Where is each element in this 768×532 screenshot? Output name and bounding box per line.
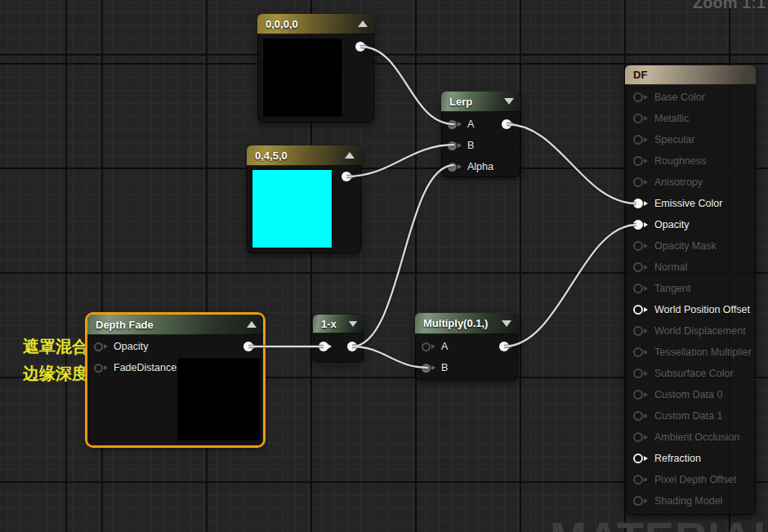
material-pin-shading-model[interactable]: Shading Model (625, 490, 756, 512)
node-header[interactable]: Depth Fade (87, 315, 263, 335)
pin-arrow-icon (458, 122, 462, 127)
pin-label: Tangent (654, 283, 690, 294)
annotation-line-1: 遮罩混合 (23, 333, 88, 360)
pin-arrow-icon (644, 498, 648, 503)
pin-arrow-icon (644, 244, 648, 248)
output-pin[interactable] (355, 42, 365, 51)
node-depth-fade[interactable]: Depth Fade Opacity FadeDistance (87, 315, 263, 445)
node-title: Depth Fade (96, 319, 154, 331)
pin-circle[interactable] (633, 114, 643, 123)
node-preview (178, 359, 260, 440)
collapse-arrow-icon[interactable] (358, 20, 368, 27)
node-one-minus-x[interactable]: 1-x (313, 315, 364, 362)
material-pin-subsurface-color[interactable]: Subsurface Color (625, 363, 756, 384)
material-pin-emissive-color[interactable]: Emissive Color (625, 193, 756, 214)
node-header[interactable]: 0,0,0,0 (257, 14, 374, 34)
material-pin-opacity-mask[interactable]: Opacity Mask (625, 235, 756, 257)
pin-circle[interactable] (633, 326, 643, 336)
node-material-result[interactable]: DF Base Color Metallic Specular Roughnes… (625, 65, 756, 515)
material-pin-custom-data-0[interactable]: Custom Data 0 (625, 384, 756, 405)
input-pin[interactable] (422, 364, 431, 373)
input-pin[interactable] (448, 141, 457, 150)
pin-label: Alpha (467, 161, 493, 172)
pin-circle[interactable] (633, 496, 643, 506)
pin-circle[interactable] (633, 156, 643, 166)
pin-arrow-icon (431, 365, 435, 370)
material-pin-refraction[interactable]: Refraction (625, 448, 756, 469)
pin-arrow-icon (644, 137, 648, 142)
pin-circle[interactable] (633, 220, 643, 230)
material-pin-ambient-occlusion[interactable]: Ambient Occlusion (625, 427, 756, 448)
pin-circle[interactable] (633, 241, 643, 251)
pin-row-opacity[interactable]: Opacity (87, 336, 263, 357)
pin-row-alpha[interactable]: Alpha (441, 156, 520, 177)
collapse-arrow-icon[interactable] (502, 320, 511, 327)
material-graph-canvas[interactable]: { "canvas": { "zoom_label": "Zoom 1:1", … (0, 0, 768, 532)
node-constant-black[interactable]: 0,0,0,0 (257, 14, 374, 123)
pin-circle[interactable] (633, 92, 643, 102)
output-pin[interactable] (243, 342, 253, 351)
input-pin[interactable] (319, 342, 328, 351)
material-pin-roughness[interactable]: Roughness (625, 150, 756, 172)
pin-label: Refraction (654, 453, 701, 464)
pin-label: Pixel Depth Offset (654, 474, 737, 485)
material-pin-world-position-offset[interactable]: World Position Offset (625, 299, 756, 320)
node-constant-cyan[interactable]: 0,4,5,0 (247, 145, 361, 253)
material-pin-pixel-depth-offset[interactable]: Pixel Depth Offset (625, 469, 756, 490)
input-pin[interactable] (422, 342, 431, 351)
collapse-arrow-icon[interactable] (504, 98, 514, 105)
pin-label: FadeDistance (114, 362, 176, 373)
material-pin-base-color[interactable]: Base Color (625, 87, 756, 108)
pin-circle[interactable] (633, 347, 643, 357)
node-multiply[interactable]: Multiply(0.1,) A B (415, 313, 518, 380)
material-pin-tangent[interactable]: Tangent (625, 278, 756, 299)
output-pin[interactable] (499, 342, 509, 351)
pin-circle[interactable] (633, 284, 643, 293)
pin-label: Metallic (654, 113, 689, 124)
input-pin[interactable] (94, 364, 103, 373)
pin-row-b[interactable]: B (441, 135, 520, 156)
material-pin-anisotropy[interactable]: Anisotropy (625, 172, 756, 193)
pin-arrow-icon (104, 344, 108, 349)
pin-circle[interactable] (633, 432, 643, 442)
collapse-arrow-icon[interactable] (345, 152, 355, 159)
material-pin-specular[interactable]: Specular (625, 129, 756, 150)
pin-circle[interactable] (633, 135, 643, 145)
material-pin-normal[interactable]: Normal (625, 257, 756, 278)
output-pin[interactable] (347, 342, 357, 351)
pin-circle[interactable] (633, 390, 643, 400)
collapse-arrow-icon[interactable] (247, 321, 257, 328)
material-watermark: MATERIAL (550, 512, 768, 532)
pin-label: B (441, 362, 448, 373)
pin-label: A (467, 118, 474, 130)
node-header[interactable]: 1-x (313, 315, 364, 333)
pin-circle[interactable] (633, 369, 643, 378)
pin-label: Opacity (114, 341, 148, 352)
pin-circle[interactable] (633, 305, 643, 315)
output-pin[interactable] (502, 119, 511, 129)
pin-circle[interactable] (633, 177, 643, 187)
collapse-arrow-icon[interactable] (349, 321, 357, 327)
pin-label: World Position Offset (654, 304, 750, 315)
material-pin-tessellation-multiplier[interactable]: Tessellation Multiplier (625, 342, 756, 363)
input-pin[interactable] (448, 120, 457, 129)
material-pin-custom-data-1[interactable]: Custom Data 1 (625, 405, 756, 427)
pin-circle[interactable] (633, 454, 643, 463)
node-header[interactable]: Lerp (441, 92, 520, 112)
node-header[interactable]: 0,4,5,0 (247, 145, 361, 166)
material-pin-opacity[interactable]: Opacity (625, 214, 756, 235)
node-lerp[interactable]: Lerp A B Alpha (441, 92, 520, 177)
pin-row-b[interactable]: B (415, 357, 518, 378)
pin-circle[interactable] (633, 475, 643, 485)
node-header[interactable]: Multiply(0.1,) (415, 313, 518, 334)
color-preview (252, 170, 332, 248)
pin-circle[interactable] (633, 262, 643, 272)
material-pin-metallic[interactable]: Metallic (625, 108, 756, 129)
material-pin-world-displacement[interactable]: World Displacement (625, 320, 756, 342)
input-pin[interactable] (94, 342, 103, 351)
input-pin[interactable] (448, 163, 457, 172)
pin-circle[interactable] (633, 411, 643, 421)
node-header[interactable]: DF (625, 65, 756, 85)
pin-circle[interactable] (633, 199, 643, 208)
output-pin[interactable] (342, 172, 351, 181)
